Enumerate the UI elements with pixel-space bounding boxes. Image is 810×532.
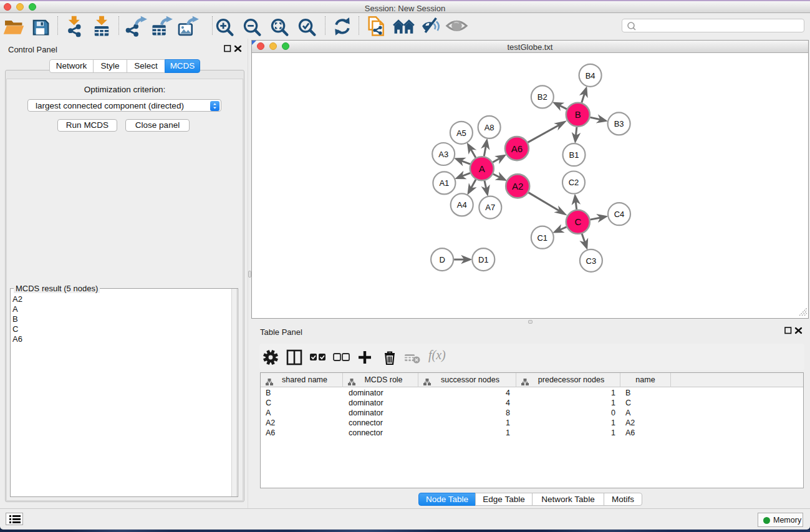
svg-text:B: B: [575, 109, 581, 120]
svg-text:A: A: [479, 163, 485, 173]
svg-text:A8: A8: [485, 122, 494, 132]
svg-text:C4: C4: [614, 210, 625, 219]
svg-text:B2: B2: [538, 92, 547, 102]
svg-text:C1: C1: [537, 233, 547, 242]
svg-text:B1: B1: [569, 150, 579, 160]
svg-text:A2: A2: [512, 180, 523, 191]
svg-text:A1: A1: [439, 178, 449, 188]
svg-text:A5: A5: [456, 128, 466, 137]
svg-text:C: C: [574, 216, 581, 227]
svg-text:A4: A4: [457, 200, 467, 210]
svg-text:B3: B3: [614, 119, 624, 128]
svg-text:A6: A6: [511, 143, 523, 153]
svg-text:C3: C3: [586, 256, 597, 265]
svg-text:B4: B4: [586, 70, 595, 80]
svg-text:D1: D1: [478, 254, 489, 264]
svg-text:A3: A3: [438, 149, 448, 158]
svg-text:C2: C2: [569, 178, 579, 187]
svg-text:D: D: [439, 254, 445, 264]
svg-text:A7: A7: [485, 203, 495, 212]
